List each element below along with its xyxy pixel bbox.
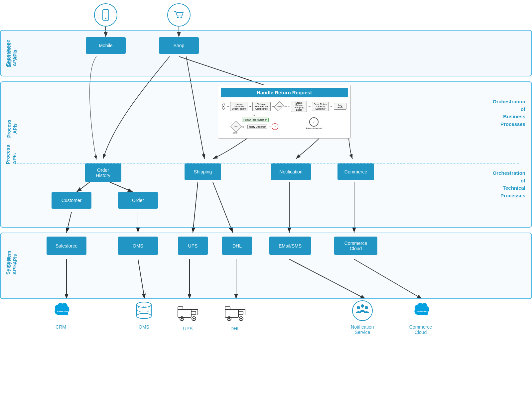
ups-ext-label: UPS — [183, 326, 193, 331]
order-box: Order — [118, 192, 158, 209]
customer-box: Customer — [52, 192, 91, 209]
mobile-label: Mobile — [99, 43, 112, 48]
svg-point-33 — [181, 318, 183, 319]
experience-apis-text: ExperienceAPIs — [6, 43, 18, 67]
svg-rect-29 — [178, 309, 191, 317]
orchestration-business-label: OrchestrationofBusinessProcesses — [466, 98, 525, 128]
notification-service-svg — [351, 299, 374, 322]
order-label: Order — [132, 198, 144, 203]
dhl-service: DHL — [223, 301, 247, 331]
svg-point-21 — [177, 17, 179, 18]
process-apis-label: ProcessAPIs — [5, 145, 18, 164]
ups-service: UPS — [176, 301, 200, 331]
system-apis-text: SystemAPIs — [6, 251, 18, 267]
crm-label: CRM — [56, 324, 66, 330]
oms-cylinder-svg — [133, 300, 155, 322]
flow-return-auth: ✓ — [309, 117, 319, 127]
process-apis-text: ProcessAPIs — [6, 120, 18, 138]
diagram-container: ExperienceAPIs ProcessAPIs SystemAPIs Mo… — [0, 0, 532, 412]
customer-label: Customer — [62, 198, 82, 203]
ups-api-box: UPS — [178, 237, 208, 255]
flow-log-rma: Log RMA — [334, 103, 346, 110]
mobile-icon — [100, 9, 112, 21]
dhl-truck-svg — [223, 303, 247, 322]
commerce-cloud-api-label: CommerceCloud — [344, 241, 367, 251]
dhl-truck-icon — [223, 301, 247, 324]
email-sms-api-label: EMail/SMS — [279, 243, 302, 249]
ups-api-label: UPS — [188, 243, 198, 249]
salesforce-cloud-svg: salesforce — [50, 302, 72, 320]
orchestration-technical-label: OrchestrationofTechnicalProcesses — [466, 169, 525, 199]
oms-db-icon — [132, 299, 156, 322]
svg-rect-31 — [191, 311, 196, 314]
svg-point-46 — [357, 306, 360, 309]
notification-service-icon — [351, 299, 374, 322]
dhl-ext-label: DHL — [230, 326, 240, 331]
flow-correct: Corr? — [230, 121, 242, 132]
email-sms-api-box: EMail/SMS — [269, 237, 311, 255]
layer-experience: ExperienceAPIs — [0, 30, 532, 76]
commerce-label: Commerce — [344, 169, 367, 174]
svg-rect-37 — [225, 309, 238, 317]
commerce-cloud-label: CommerceCloud — [409, 324, 432, 335]
flow-start: ● — [222, 103, 225, 110]
svg-point-24 — [137, 302, 151, 307]
handle-return-title: Handle Return Request — [221, 88, 348, 97]
flow-human-task: Human Task Validation — [242, 118, 269, 122]
salesforce-crm-icon: salesforce — [49, 299, 72, 322]
svg-point-22 — [181, 17, 182, 18]
svg-text:salesforce: salesforce — [57, 310, 70, 313]
commerce-box: Commerce — [337, 163, 374, 180]
shop-label: Shop — [174, 43, 185, 48]
flow-complete: Compl? — [274, 101, 284, 112]
commerce-cloud-icon: salesforce — [409, 299, 432, 322]
shipping-label: Shipping — [194, 169, 212, 174]
shop-api-box: Shop — [159, 37, 199, 54]
svg-point-20 — [105, 18, 106, 19]
svg-point-47 — [365, 306, 368, 309]
oms-ext-label: OMS — [139, 324, 149, 330]
shipping-box: Shipping — [185, 163, 221, 180]
ups-truck-svg — [176, 303, 200, 322]
svg-point-27 — [137, 313, 151, 319]
cart-icon — [173, 9, 185, 21]
notification-label: Notification — [279, 169, 302, 174]
oms-api-label: OMS — [133, 243, 143, 249]
svg-point-41 — [228, 318, 230, 319]
notification-service: NotificationService — [351, 299, 374, 335]
salesforce-api-box: Salesforce — [47, 237, 86, 255]
svg-point-43 — [240, 318, 242, 319]
flow-lookup: Look up Customer Order History — [230, 102, 247, 111]
salesforce-api-label: Salesforce — [56, 243, 77, 249]
notification-service-label: NotificationService — [351, 324, 374, 335]
shop-icon-circle — [167, 3, 191, 27]
commerce-cloud-svg: salesforce — [410, 302, 432, 320]
oms-service: OMS — [132, 299, 156, 330]
commerce-cloud-service: salesforce CommerceCloud — [409, 299, 432, 335]
flow-validate: Validate Return Policy Compliance — [252, 102, 270, 111]
crm-service: salesforce CRM — [49, 299, 72, 330]
notification-box: Notification — [271, 163, 311, 180]
flow-notify: Notify Customer — [247, 125, 267, 129]
svg-point-48 — [361, 304, 364, 308]
order-history-box: OrderHistory — [85, 163, 121, 182]
oms-api-box: OMS — [118, 237, 158, 255]
svg-rect-39 — [238, 311, 243, 314]
order-history-label: OrderHistory — [96, 167, 110, 178]
handle-return-diagram: Handle Return Request ● → Look up Custom… — [218, 85, 351, 139]
mobile-icon-circle — [94, 3, 117, 27]
flow-send-label: Send Return Label to Customer — [312, 102, 329, 111]
svg-text:salesforce: salesforce — [417, 310, 430, 313]
svg-point-35 — [193, 318, 195, 319]
dhl-api-box: DHL — [222, 237, 252, 255]
mobile-api-box: Mobile — [86, 37, 126, 54]
flow-return-not-auth: × — [272, 123, 278, 130]
flow-create-label: Create Return Shipping Label — [291, 101, 307, 112]
commerce-cloud-api-box: CommerceCloud — [334, 237, 377, 255]
dhl-api-label: DHL — [232, 243, 242, 249]
ups-truck-icon — [176, 301, 200, 324]
